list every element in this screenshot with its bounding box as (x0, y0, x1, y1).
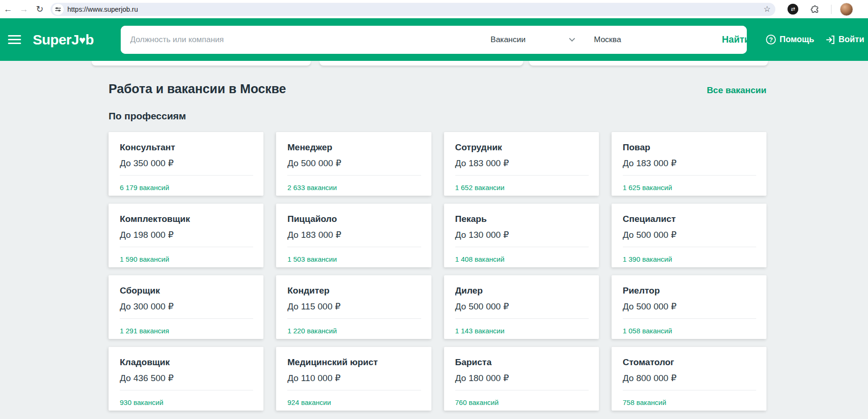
find-button[interactable]: Найти (706, 26, 747, 54)
profession-title: Консультант (120, 142, 252, 153)
chevron-down-icon (569, 36, 575, 42)
profession-salary: До 500 000 ₽ (623, 301, 755, 312)
profession-salary: До 183 000 ₽ (623, 157, 755, 169)
login-link[interactable]: Войти (825, 35, 864, 44)
bookmark-star-icon[interactable]: ☆ (764, 4, 771, 14)
card-divider (120, 175, 253, 176)
profession-salary: До 130 000 ₽ (455, 229, 588, 241)
profession-salary: До 800 000 ₽ (623, 372, 755, 384)
profession-card[interactable]: Повар До 183 000 ₽ 1 625 вакансий (612, 132, 766, 196)
superjob-logo[interactable]: SuperJ♥b (33, 32, 94, 48)
all-vacancies-link[interactable]: Все вакансии (707, 85, 766, 96)
profession-salary: До 500 000 ₽ (623, 229, 755, 241)
vacancies-count-link[interactable]: 1 390 вакансий (623, 255, 755, 264)
card-divider (623, 390, 756, 390)
profession-title: Пиццайоло (287, 213, 420, 225)
profession-card[interactable]: Консультант До 350 000 ₽ 6 179 вакансий (109, 132, 263, 196)
browser-toolbar: ← → ↻ https://www.superjob.ru ☆ ⇄ (0, 0, 868, 18)
profession-cards-grid: Консультант До 350 000 ₽ 6 179 вакансий … (109, 132, 766, 411)
vacancies-count-link[interactable]: 1 408 вакансий (455, 255, 588, 264)
profession-salary: До 110 000 ₽ (287, 372, 420, 384)
profession-card[interactable]: Пекарь До 130 000 ₽ 1 408 вакансий (444, 204, 599, 267)
profession-card[interactable]: Менеджер До 500 000 ₽ 2 633 вакансии (276, 132, 431, 196)
site-info-icon[interactable] (52, 4, 64, 15)
keyword-search-input[interactable] (121, 26, 481, 54)
profession-salary: До 183 000 ₽ (287, 229, 420, 241)
section-label-professions: По профессиям (109, 110, 766, 123)
profession-title: Специалист (623, 213, 755, 225)
profession-card[interactable]: Дилер До 500 000 ₽ 1 143 вакансии (444, 275, 599, 339)
profession-card[interactable]: Пиццайоло До 183 000 ₽ 1 503 вакансии (276, 204, 431, 267)
card-divider (455, 390, 589, 390)
profile-avatar[interactable] (840, 3, 853, 16)
help-link[interactable]: ? Помощь (766, 35, 814, 44)
toolbar-separator (831, 5, 832, 14)
profession-card[interactable]: Риелтор До 500 000 ₽ 1 058 вакансий (612, 275, 766, 339)
profession-salary: До 115 000 ₽ (287, 301, 420, 312)
profession-card[interactable]: Сотрудник До 183 000 ₽ 1 652 вакансии (444, 132, 599, 196)
profession-salary: До 198 000 ₽ (120, 229, 252, 241)
vacancies-count-link[interactable]: 924 вакансии (287, 398, 420, 407)
profession-card[interactable]: Стоматолог До 800 000 ₽ 758 вакансий (612, 347, 766, 411)
reload-icon[interactable]: ↻ (32, 4, 48, 15)
profession-card[interactable]: Специалист До 500 000 ₽ 1 390 вакансий (612, 204, 766, 267)
vacancies-count-link[interactable]: 1 625 вакансий (623, 183, 755, 192)
login-arrow-icon (825, 35, 835, 44)
vacancies-count-link[interactable]: 2 633 вакансии (287, 183, 420, 192)
card-divider (120, 318, 253, 319)
question-circle-icon: ? (766, 35, 776, 44)
profession-title: Комплектовщик (120, 213, 252, 225)
profession-card[interactable]: Сборщик До 300 000 ₽ 1 291 вакансия (109, 275, 263, 339)
profession-title: Сотрудник (455, 142, 588, 153)
city-input[interactable] (584, 26, 706, 54)
logo-heart-icon: ♥ (79, 34, 86, 46)
vacancies-count-link[interactable]: 6 179 вакансий (120, 183, 252, 192)
category-select[interactable]: Вакансии (481, 26, 584, 54)
profession-card[interactable]: Кондитер До 115 000 ₽ 1 220 вакансий (276, 275, 431, 339)
search-bar: Вакансии Найти (121, 26, 747, 54)
card-divider (455, 175, 589, 176)
card-divider (455, 318, 589, 319)
profession-title: Менеджер (287, 142, 420, 153)
vacancies-count-link[interactable]: 1 143 вакансии (455, 326, 588, 335)
extensions-puzzle-icon[interactable] (810, 4, 821, 15)
vacancies-count-link[interactable]: 760 вакансий (455, 398, 588, 407)
card-divider (623, 175, 756, 176)
profession-card[interactable]: Медицинский юрист До 110 000 ₽ 924 вакан… (276, 347, 431, 411)
vacancies-count-link[interactable]: 1 503 вакансии (287, 255, 420, 264)
vacancies-count-link[interactable]: 1 058 вакансий (623, 326, 755, 335)
profession-card[interactable]: Бариста До 180 000 ₽ 760 вакансий (444, 347, 599, 411)
scrolled-card-remnant (529, 61, 768, 66)
profession-title: Кондитер (287, 285, 420, 296)
profession-card[interactable]: Кладовщик До 436 500 ₽ 930 вакансий (109, 347, 263, 411)
vacancies-count-link[interactable]: 1 291 вакансия (120, 326, 252, 335)
extension-icon[interactable]: ⇄ (788, 4, 798, 15)
scrolled-card-remnant (92, 61, 311, 66)
forward-icon[interactable]: → (16, 4, 32, 15)
header-right: ? Помощь Войти (766, 35, 868, 44)
profession-salary: До 350 000 ₽ (120, 157, 252, 169)
profession-salary: До 500 000 ₽ (455, 301, 588, 312)
back-icon[interactable]: ← (0, 4, 16, 15)
card-divider (120, 247, 253, 247)
profession-title: Пекарь (455, 213, 588, 225)
profession-title: Дилер (455, 285, 588, 296)
vacancies-count-link[interactable]: 930 вакансий (120, 398, 252, 407)
vacancies-count-link[interactable]: 1 590 вакансий (120, 255, 252, 264)
url-text[interactable]: https://www.superjob.ru (67, 6, 764, 13)
card-divider (120, 390, 253, 390)
profession-salary: До 183 000 ₽ (455, 157, 588, 169)
profession-salary: До 500 000 ₽ (287, 157, 420, 169)
profession-card[interactable]: Комплектовщик До 198 000 ₽ 1 590 ваканси… (109, 204, 263, 267)
address-bar[interactable]: https://www.superjob.ru ☆ (51, 3, 775, 16)
profession-title: Повар (623, 142, 755, 153)
vacancies-count-link[interactable]: 758 вакансий (623, 398, 755, 407)
menu-hamburger-icon[interactable] (8, 33, 21, 46)
profession-title: Бариста (455, 357, 588, 368)
scrolled-card-remnant (320, 61, 523, 66)
heading-row: Работа и вакансии в Москве Все вакансии (109, 81, 766, 97)
card-divider (455, 247, 589, 247)
vacancies-count-link[interactable]: 1 652 вакансии (455, 183, 588, 192)
profession-salary: До 180 000 ₽ (455, 372, 588, 384)
vacancies-count-link[interactable]: 1 220 вакансий (287, 326, 420, 335)
